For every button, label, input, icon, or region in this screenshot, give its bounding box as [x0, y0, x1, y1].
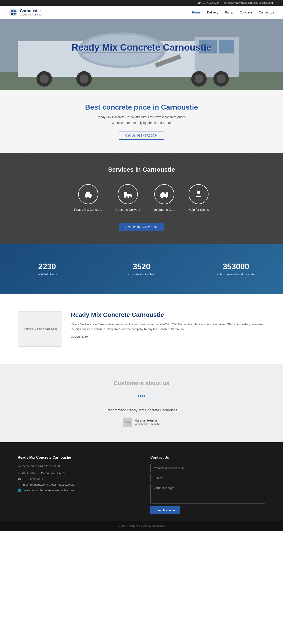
svg-point-31	[124, 196, 126, 198]
svg-point-40	[197, 191, 200, 194]
stats-section: 2230 satisfied clients 3520 concrete tru…	[0, 244, 283, 294]
svg-point-26	[89, 196, 91, 198]
footer-email[interactable]: info@readymixconcretecarnoustie.co.uk	[23, 483, 74, 486]
stat-clients-number: 2230	[9, 262, 85, 271]
brand-logo[interactable]: Carnoustie Ready Mix Concrete	[9, 8, 42, 17]
nav-pump[interactable]: Pump	[225, 10, 233, 14]
best-price-heading: Best concrete price in Carnoustie	[9, 103, 274, 111]
footer-contact-title: Contact Us	[150, 456, 265, 460]
svg-point-37	[166, 196, 167, 198]
truck-illustration	[0, 19, 283, 90]
svg-point-18	[217, 74, 225, 83]
footer-brand: Ready Mix Concrete Carnoustie	[18, 456, 133, 460]
volumetric-icon	[160, 190, 169, 198]
contact-email-input[interactable]	[150, 464, 265, 472]
contact-form: Send Message	[150, 464, 265, 514]
nav-links: Home Delivery Pump Concrete Contact Us	[192, 10, 274, 14]
footer-left: Ready Mix Concrete Carnoustie We serve c…	[18, 456, 133, 514]
author-info: Marshall Hughes construction manager	[135, 419, 160, 425]
about-section: Ready Mix Concrete Carnoustie Ready Mix …	[0, 294, 283, 364]
footer-phone-item: ☎ 012 4172 0034	[18, 477, 133, 480]
stat-cubic: 353000 cubic meters of sold concrete	[189, 258, 283, 280]
best-price-sub2: We accept orders only by phone and e-mai…	[9, 121, 274, 124]
service-concrete-delivery: Concrete Delivery	[115, 184, 140, 212]
navbar: Carnoustie Ready Mix Concrete Home Deliv…	[0, 6, 283, 19]
service-help: Help for clients	[188, 184, 209, 212]
footer-phone[interactable]: 012 4172 0034	[24, 477, 43, 480]
nav-contact[interactable]: Contact Us	[259, 10, 274, 14]
svg-rect-10	[219, 40, 234, 54]
svg-point-32	[127, 196, 129, 198]
author-role: construction manager	[135, 422, 160, 425]
about-odslon: Odslon: 8336	[71, 334, 265, 339]
phone-icon: ☎	[197, 1, 201, 4]
footer-copyright: © 2024 Ready Mix Concrete Carnoustie	[118, 524, 165, 527]
stat-trucks: 3520 concrete trucks filled	[94, 258, 189, 280]
call-button-top[interactable]: Call Us: 012 4172 0034	[119, 131, 164, 140]
nav-delivery[interactable]: Delivery	[207, 10, 218, 14]
stat-cubic-number: 353000	[198, 262, 274, 271]
topbar-phone: ☎ 012 4172 0034	[197, 1, 219, 4]
footer-bottom: © 2024 Ready Mix Concrete Carnoustie	[0, 521, 283, 531]
svg-point-27	[86, 192, 90, 195]
help-icon	[194, 190, 203, 198]
email-icon: ✉	[224, 1, 226, 4]
footer-right: Contact Us Send Message	[150, 456, 265, 514]
stat-trucks-label: concrete trucks filled	[103, 272, 180, 276]
svg-point-25	[86, 196, 87, 198]
top-bar: ☎ 012 4172 0034 ✉ info@readymixconcretec…	[0, 0, 283, 6]
footer: Ready Mix Concrete Carnoustie We serve c…	[0, 442, 283, 521]
svg-rect-38	[166, 192, 168, 195]
testimonial-quote: I recommend Ready Mix Concrete Carnousti…	[9, 408, 274, 412]
about-content: Ready Mix Concrete Carnoustie Ready Mix …	[71, 311, 265, 342]
svg-rect-34	[124, 192, 127, 194]
ready-mix-icon	[84, 190, 93, 198]
footer-address-item: ⌂ 48 Dundee St, Carnoustie DD7 7PF	[18, 471, 133, 475]
stat-clients-label: satisfied clients	[9, 272, 85, 276]
svg-point-39	[161, 192, 165, 195]
mail-icon: ✉	[18, 483, 20, 486]
svg-marker-30	[130, 194, 132, 196]
services-heading: Services in Carnoustie	[9, 166, 274, 173]
phone-icon: ☎	[18, 477, 22, 480]
testimonials-section: Customers about us “” I recommend Ready …	[0, 364, 283, 442]
quote-icon: “”	[9, 393, 274, 404]
contact-message-input[interactable]	[150, 484, 265, 504]
service-label-help: Help for clients	[188, 208, 209, 212]
stat-trucks-number: 3520	[103, 262, 180, 271]
svg-point-36	[161, 196, 163, 198]
service-icon-delivery	[118, 184, 138, 204]
service-label-delivery: Concrete Delivery	[115, 208, 140, 212]
footer-address: 48 Dundee St, Carnoustie DD7 7PF	[22, 472, 67, 475]
svg-point-2	[14, 10, 16, 12]
best-price-sub1: Ready Mix Concrete Carnoustie offers the…	[9, 115, 274, 119]
svg-point-33	[130, 196, 132, 198]
send-message-button[interactable]: Send Message	[150, 506, 180, 514]
nav-home[interactable]: Home	[192, 10, 200, 14]
call-button-services[interactable]: Call Us: 012 4172 0034	[119, 223, 164, 231]
nav-concrete[interactable]: Concrete	[240, 10, 252, 14]
globe-icon: 🌐	[18, 488, 22, 492]
svg-point-16	[195, 74, 203, 83]
svg-point-3	[11, 12, 13, 15]
service-label-ready-mix: Ready Mix Concrete	[74, 208, 102, 212]
svg-rect-28	[90, 195, 92, 196]
services-section: Services in Carnoustie Ready Mix Concret…	[0, 153, 283, 244]
topbar-email: ✉ info@readymixconcretecarnoustie.co.uk	[224, 1, 274, 4]
footer-website[interactable]: www.readymixconcretecarnoustie.co.uk	[24, 489, 74, 492]
testimonial-author: concret Marshall Hughes construction man…	[9, 418, 274, 427]
footer-email-item: ✉ info@readymixconcretecarnoustie.co.uk	[18, 483, 133, 486]
svg-point-0	[9, 8, 17, 16]
about-heading: Ready Mix Concrete Carnoustie	[71, 311, 265, 318]
service-icon-ready-mix	[78, 184, 98, 204]
contact-subject-input[interactable]	[150, 474, 265, 482]
hero-background	[0, 19, 283, 90]
service-icon-volumetric	[154, 184, 174, 204]
svg-point-4	[14, 12, 16, 15]
svg-point-12	[40, 74, 49, 83]
svg-point-1	[11, 10, 13, 12]
hero-section: Ready Mix Concrete Carnoustie	[0, 19, 283, 90]
address-icon: ⌂	[18, 471, 20, 475]
delivery-icon	[123, 190, 132, 198]
testimonials-heading: Customers about us	[9, 380, 274, 386]
